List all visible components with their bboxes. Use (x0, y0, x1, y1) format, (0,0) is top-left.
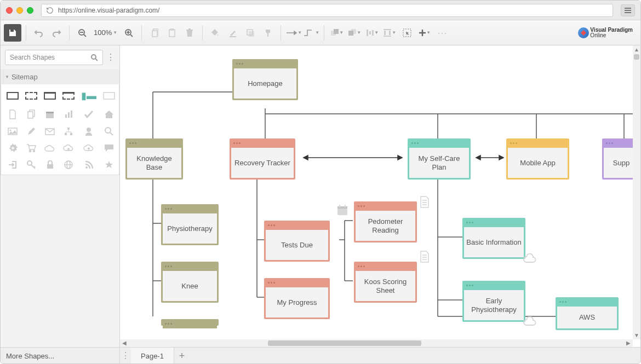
sitemap-icon[interactable] (62, 127, 75, 136)
connector-straight-button[interactable]: ▼ (285, 25, 302, 41)
node-mobile-app[interactable]: Mobile App (506, 138, 569, 180)
svg-rect-33 (28, 112, 33, 118)
lock-icon[interactable] (44, 160, 56, 169)
globe-icon[interactable] (62, 160, 75, 169)
connector-waypoint-button[interactable]: ▼ (303, 25, 319, 41)
more-actions-button[interactable]: ⋯ (434, 25, 450, 41)
node-homepage[interactable]: Homepage (232, 59, 298, 100)
add-button[interactable]: ▼ (416, 25, 433, 41)
to-back-button[interactable]: ▼ (346, 25, 363, 41)
node-my-progress[interactable]: My Progress (264, 278, 330, 319)
save-button[interactable] (4, 24, 21, 42)
horizontal-scrollbar[interactable]: ◀▶ (120, 339, 633, 347)
to-front-button[interactable]: ▼ (329, 25, 345, 41)
node-basic-info[interactable]: Basic Information (462, 218, 525, 259)
calendar-icon[interactable] (44, 109, 56, 119)
zoom-value: 100% (94, 28, 112, 37)
cart-icon[interactable] (25, 143, 37, 153)
redo-button[interactable] (48, 25, 65, 41)
shape-palette: ▮▬ (1, 84, 119, 175)
shadow-button[interactable] (242, 25, 259, 41)
svg-line-4 (84, 34, 86, 37)
zoom-level-dropdown[interactable]: 100%▼ (91, 28, 119, 37)
svg-point-31 (91, 55, 96, 59)
login-icon[interactable] (7, 160, 19, 169)
add-page-button[interactable]: + (174, 348, 190, 364)
node-knowledge-base[interactable]: Knowledge Base (125, 138, 183, 180)
cloud-icon[interactable] (44, 143, 56, 153)
search-placeholder: Search Shapes (10, 54, 90, 61)
cloud-upload-icon[interactable] (81, 143, 96, 153)
zoom-out-button[interactable] (74, 25, 90, 41)
svg-line-47 (110, 132, 113, 135)
category-header-sitemap[interactable]: ▼Sitemap (1, 70, 119, 84)
node-aws[interactable]: AWS (556, 297, 619, 330)
gear-icon[interactable] (7, 143, 19, 153)
svg-point-51 (33, 151, 35, 152)
chart-icon[interactable] (62, 109, 75, 119)
page-tab-1[interactable]: Page-1 (131, 348, 174, 364)
svg-rect-23 (372, 30, 374, 36)
node-koos[interactable]: Koos Scoring Sheet (354, 262, 417, 303)
distribute-button[interactable]: ▼ (381, 25, 398, 41)
paste-button[interactable] (164, 25, 180, 41)
maximize-window-button[interactable] (27, 7, 33, 14)
key-icon[interactable] (25, 160, 37, 169)
home-icon[interactable] (103, 109, 115, 119)
node-partial[interactable] (161, 319, 219, 326)
cloud-sync-icon[interactable] (62, 143, 75, 153)
close-window-button[interactable] (6, 7, 13, 14)
pencil-icon[interactable] (25, 127, 37, 136)
svg-rect-21 (367, 30, 368, 36)
shape-blank[interactable] (103, 90, 115, 102)
delete-button[interactable] (181, 25, 198, 41)
shape-page[interactable] (44, 90, 56, 102)
node-pedometer[interactable]: Pedometer Reading (354, 201, 417, 242)
svg-rect-35 (46, 112, 54, 113)
zoom-in-button[interactable] (121, 25, 137, 41)
reload-icon[interactable] (46, 7, 54, 14)
vertical-scrollbar[interactable]: ▲▼ (633, 45, 640, 339)
url-bar[interactable]: https://online.visual-paradigm.com/ (41, 4, 613, 17)
node-self-care-plan[interactable]: My Self-Care Plan (408, 138, 471, 180)
svg-point-57 (85, 166, 88, 169)
node-support[interactable]: Supp (602, 138, 633, 180)
align-button[interactable]: ▼ (364, 25, 380, 41)
shapes-sidebar: Search Shapes ⋮ ▼Sitemap ▮▬ (1, 45, 120, 347)
svg-rect-42 (67, 128, 70, 130)
chat-icon[interactable] (103, 143, 115, 153)
user-icon[interactable] (81, 127, 96, 136)
node-recovery-tracker[interactable]: Recovery Tracker (230, 138, 295, 180)
star-icon[interactable] (103, 160, 115, 169)
browser-menu-button[interactable] (621, 4, 635, 16)
search-shape-icon[interactable] (103, 127, 115, 136)
shape-rect[interactable] (7, 90, 19, 102)
brand-logo[interactable]: Visual ParadigmOnline (578, 27, 633, 38)
undo-button[interactable] (31, 25, 47, 41)
node-physiotherapy[interactable]: Physiotherapy (161, 204, 219, 245)
fill-color-button[interactable] (207, 25, 224, 41)
canvas-area[interactable]: Homepage Knowledge Base Recovery Tracker… (120, 45, 640, 347)
rss-icon[interactable] (81, 160, 96, 169)
copy-button[interactable] (146, 25, 163, 41)
stroke-color-button[interactable] (225, 25, 241, 41)
image-icon[interactable] (7, 127, 19, 136)
check-icon[interactable] (81, 109, 96, 119)
sidebar-options-button[interactable]: ⋮ (106, 56, 115, 59)
document-icon[interactable] (7, 109, 19, 119)
more-shapes-button[interactable]: More Shapes... (1, 348, 120, 364)
page-tabs-grip[interactable]: ⋮ (120, 348, 131, 364)
mail-icon[interactable] (44, 127, 56, 136)
search-shapes-input[interactable]: Search Shapes (5, 50, 103, 65)
folder-icon[interactable]: ▮▬ (81, 90, 96, 102)
app-toolbar: 100%▼ ▼ ▼ ▼ ▼ ▼ ▼ ▼ ⋯ Visual ParadigmOnl… (1, 20, 640, 45)
node-tests-due[interactable]: Tests Due (264, 221, 330, 262)
shape-rect-dashed[interactable] (25, 90, 37, 102)
selection-mode-button[interactable] (399, 25, 415, 41)
format-paint-button[interactable] (260, 25, 276, 41)
copy-icon[interactable] (25, 109, 37, 119)
node-early-physio[interactable]: Early Physiotherapy (462, 281, 525, 322)
node-knee[interactable]: Knee (161, 262, 219, 303)
shape-page-dashed[interactable] (62, 90, 75, 102)
minimize-window-button[interactable] (16, 7, 23, 14)
